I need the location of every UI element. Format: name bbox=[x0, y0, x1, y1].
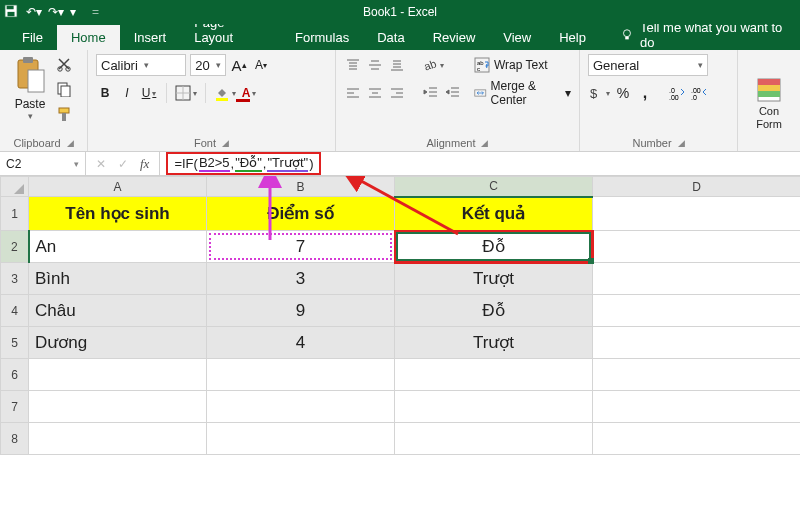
accounting-format-icon[interactable]: $▾ bbox=[588, 82, 610, 104]
font-launcher-icon[interactable]: ◢ bbox=[222, 138, 229, 148]
cell-a1[interactable]: Tên học sinh bbox=[29, 197, 207, 231]
increase-font-icon[interactable]: A▴ bbox=[230, 54, 248, 76]
merge-center-button[interactable]: Merge & Center▾ bbox=[474, 82, 571, 104]
italic-button[interactable]: I bbox=[118, 82, 136, 104]
select-all-button[interactable] bbox=[1, 177, 29, 197]
align-middle-icon[interactable] bbox=[366, 54, 384, 76]
cell-b4[interactable]: 9 bbox=[207, 295, 395, 327]
borders-icon[interactable]: ▾ bbox=[175, 82, 197, 104]
tab-data[interactable]: Data bbox=[363, 25, 418, 50]
number-launcher-icon[interactable]: ◢ bbox=[678, 138, 685, 148]
font-size-combo[interactable]: 20▾ bbox=[190, 54, 226, 76]
cell-b6[interactable] bbox=[207, 359, 395, 391]
row-header-5[interactable]: 5 bbox=[1, 327, 29, 359]
cell-d5[interactable] bbox=[593, 327, 801, 359]
cell-c7[interactable] bbox=[395, 391, 593, 423]
tab-help[interactable]: Help bbox=[545, 25, 600, 50]
comma-format-icon[interactable]: , bbox=[636, 82, 654, 104]
align-right-icon[interactable] bbox=[388, 82, 406, 104]
cell-a8[interactable] bbox=[29, 423, 207, 455]
bold-button[interactable]: B bbox=[96, 82, 114, 104]
col-header-b[interactable]: B bbox=[207, 177, 395, 197]
cell-a7[interactable] bbox=[29, 391, 207, 423]
col-header-d[interactable]: D bbox=[593, 177, 801, 197]
percent-format-icon[interactable]: % bbox=[614, 82, 632, 104]
undo-icon[interactable]: ↶▾ bbox=[26, 5, 40, 19]
formula-bar[interactable]: =IF(B2>5,"Đỗ","Trượt") bbox=[160, 152, 800, 175]
name-box[interactable]: C2▾ bbox=[0, 152, 86, 175]
align-center-icon[interactable] bbox=[366, 82, 384, 104]
save-icon[interactable] bbox=[4, 4, 18, 21]
align-top-icon[interactable] bbox=[344, 54, 362, 76]
cell-a2[interactable]: An bbox=[29, 231, 207, 263]
cell-d3[interactable] bbox=[593, 263, 801, 295]
tab-formulas[interactable]: Formulas bbox=[281, 25, 363, 50]
align-left-icon[interactable] bbox=[344, 82, 362, 104]
decrease-decimal-icon[interactable]: .00.0 bbox=[690, 82, 708, 104]
format-painter-icon[interactable] bbox=[56, 106, 72, 125]
decrease-font-icon[interactable]: A▾ bbox=[252, 54, 270, 76]
cell-b5[interactable]: 4 bbox=[207, 327, 395, 359]
font-color-icon[interactable]: A▾ bbox=[240, 82, 258, 104]
tab-insert[interactable]: Insert bbox=[120, 25, 181, 50]
row-header-3[interactable]: 3 bbox=[1, 263, 29, 295]
cell-b7[interactable] bbox=[207, 391, 395, 423]
cell-b8[interactable] bbox=[207, 423, 395, 455]
cell-c2[interactable]: Đỗ bbox=[395, 231, 593, 263]
formula-cancel-icon[interactable]: ✕ bbox=[96, 157, 106, 171]
row-header-6[interactable]: 6 bbox=[1, 359, 29, 391]
cell-a4[interactable]: Châu bbox=[29, 295, 207, 327]
orientation-icon[interactable]: ab▾ bbox=[422, 54, 444, 76]
row-header-7[interactable]: 7 bbox=[1, 391, 29, 423]
cell-d8[interactable] bbox=[593, 423, 801, 455]
fill-color-icon[interactable]: ▾ bbox=[214, 82, 236, 104]
cell-b3[interactable]: 3 bbox=[207, 263, 395, 295]
row-header-2[interactable]: 2 bbox=[1, 231, 29, 263]
redo-icon[interactable]: ↷▾ bbox=[48, 5, 62, 19]
cell-c5[interactable]: Trượt bbox=[395, 327, 593, 359]
cell-c1[interactable]: Kết quả bbox=[395, 197, 593, 231]
align-bottom-icon[interactable] bbox=[388, 54, 406, 76]
tell-me[interactable]: Tell me what you want to do bbox=[620, 20, 800, 50]
copy-icon[interactable] bbox=[56, 81, 72, 100]
paste-button[interactable]: Paste ▾ bbox=[8, 54, 52, 135]
increase-decimal-icon[interactable]: .0.00 bbox=[668, 82, 686, 104]
cell-d2[interactable] bbox=[593, 231, 801, 263]
clipboard-launcher-icon[interactable]: ◢ bbox=[67, 138, 74, 148]
decrease-indent-icon[interactable] bbox=[422, 82, 440, 104]
col-header-a[interactable]: A bbox=[29, 177, 207, 197]
cut-icon[interactable] bbox=[56, 56, 72, 75]
cell-c6[interactable] bbox=[395, 359, 593, 391]
row-header-4[interactable]: 4 bbox=[1, 295, 29, 327]
alignment-launcher-icon[interactable]: ◢ bbox=[481, 138, 488, 148]
cell-c4[interactable]: Đỗ bbox=[395, 295, 593, 327]
cell-d6[interactable] bbox=[593, 359, 801, 391]
col-header-c[interactable]: C bbox=[395, 177, 593, 197]
cell-d7[interactable] bbox=[593, 391, 801, 423]
cell-a3[interactable]: Bình bbox=[29, 263, 207, 295]
wrap-text-button[interactable]: abc Wrap Text bbox=[474, 54, 571, 76]
cell-d4[interactable] bbox=[593, 295, 801, 327]
formula-enter-icon[interactable]: ✓ bbox=[118, 157, 128, 171]
font-name-combo[interactable]: Calibri▾ bbox=[96, 54, 186, 76]
worksheet-grid[interactable]: A B C D 1 Tên học sinh Điểm số Kết quả 2… bbox=[0, 176, 800, 512]
cell-d1[interactable] bbox=[593, 197, 801, 231]
number-format-combo[interactable]: General▾ bbox=[588, 54, 708, 76]
increase-indent-icon[interactable] bbox=[444, 82, 462, 104]
cell-c3[interactable]: Trượt bbox=[395, 263, 593, 295]
cell-a5[interactable]: Dương bbox=[29, 327, 207, 359]
cell-b2[interactable]: 7 bbox=[207, 231, 395, 263]
row-header-8[interactable]: 8 bbox=[1, 423, 29, 455]
conditional-formatting-button[interactable]: Con Form bbox=[746, 54, 792, 149]
tab-review[interactable]: Review bbox=[419, 25, 490, 50]
tab-home[interactable]: Home bbox=[57, 25, 120, 50]
qat-customize-icon[interactable]: ▾ bbox=[70, 5, 84, 19]
qat-overflow-icon[interactable]: = bbox=[92, 5, 106, 19]
underline-button[interactable]: U▾ bbox=[140, 82, 158, 104]
insert-function-icon[interactable]: fx bbox=[140, 156, 149, 172]
tab-view[interactable]: View bbox=[489, 25, 545, 50]
cell-a6[interactable] bbox=[29, 359, 207, 391]
row-header-1[interactable]: 1 bbox=[1, 197, 29, 231]
tab-file[interactable]: File bbox=[8, 25, 57, 50]
cell-b1[interactable]: Điểm số bbox=[207, 197, 395, 231]
